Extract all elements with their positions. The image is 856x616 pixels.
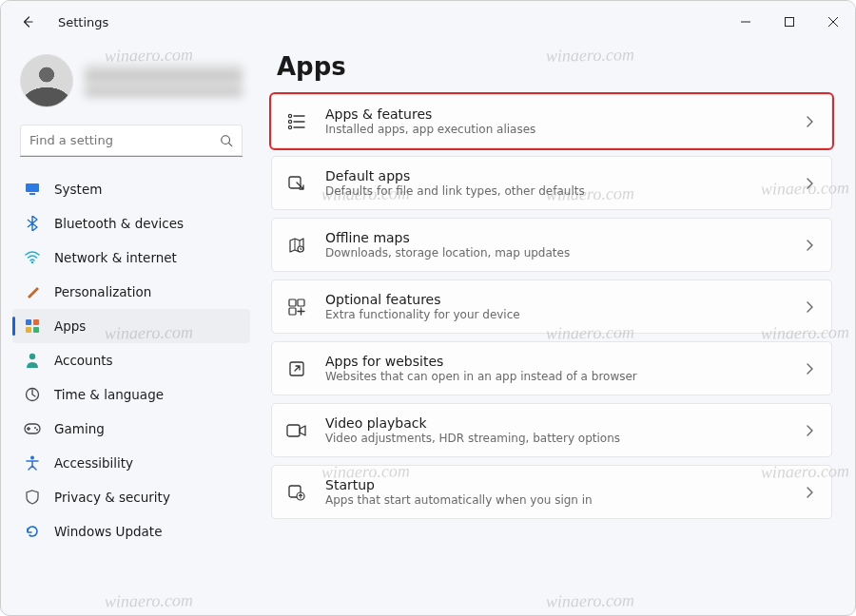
row-apps-features[interactable]: Apps & features Installed apps, app exec… bbox=[271, 94, 832, 148]
close-icon bbox=[828, 17, 838, 27]
row-subtitle: Downloads, storage location, map updates bbox=[325, 246, 786, 260]
row-title: Apps & features bbox=[325, 106, 786, 122]
chevron-right-icon bbox=[803, 487, 816, 498]
svg-rect-5 bbox=[26, 319, 31, 325]
brush-icon bbox=[24, 284, 41, 299]
search-input[interactable] bbox=[29, 133, 220, 147]
sidebar-item-label: Apps bbox=[54, 318, 86, 334]
row-title: Optional features bbox=[325, 292, 786, 307]
chevron-right-icon bbox=[803, 178, 816, 189]
sidebar-item-apps[interactable]: Apps bbox=[12, 309, 250, 343]
svg-rect-0 bbox=[786, 18, 794, 27]
sidebar-item-label: Personalization bbox=[54, 284, 151, 299]
row-apps-for-websites[interactable]: Apps for websites Websites that can open… bbox=[271, 341, 832, 395]
chevron-right-icon bbox=[803, 425, 816, 436]
row-startup[interactable]: Startup Apps that start automatically wh… bbox=[271, 465, 832, 519]
svg-point-9 bbox=[29, 354, 35, 359]
back-button[interactable] bbox=[14, 9, 41, 35]
svg-rect-7 bbox=[26, 327, 31, 333]
sidebar-item-label: Gaming bbox=[54, 421, 105, 436]
clock-globe-icon bbox=[24, 387, 41, 402]
chevron-right-icon bbox=[803, 240, 816, 251]
startup-icon bbox=[285, 481, 308, 504]
open-external-icon bbox=[285, 357, 308, 380]
sidebar-item-label: System bbox=[54, 182, 102, 197]
default-apps-icon bbox=[285, 172, 308, 195]
sidebar-item-label: Bluetooth & devices bbox=[54, 216, 184, 231]
minimize-icon bbox=[741, 17, 750, 27]
settings-rows: Apps & features Installed apps, app exec… bbox=[271, 94, 832, 519]
monitor-icon bbox=[24, 182, 41, 197]
chevron-right-icon bbox=[803, 301, 816, 313]
row-subtitle: Defaults for file and link types, other … bbox=[325, 184, 786, 198]
sidebar-item-personalization[interactable]: Personalization bbox=[12, 275, 250, 309]
add-square-icon bbox=[285, 296, 308, 318]
close-button[interactable] bbox=[811, 7, 855, 37]
maximize-icon bbox=[785, 17, 794, 27]
map-icon bbox=[285, 234, 308, 257]
bluetooth-icon bbox=[24, 216, 41, 231]
sidebar: System Bluetooth & devices Network & int… bbox=[1, 43, 262, 615]
search-box[interactable] bbox=[20, 125, 243, 157]
sidebar-item-accounts[interactable]: Accounts bbox=[12, 343, 250, 377]
app-title: Settings bbox=[58, 15, 108, 29]
svg-point-15 bbox=[288, 114, 291, 117]
apps-icon bbox=[24, 318, 41, 334]
titlebar: Settings bbox=[1, 1, 855, 43]
svg-rect-8 bbox=[33, 327, 39, 333]
wifi-icon bbox=[24, 251, 41, 264]
sidebar-item-label: Time & language bbox=[54, 387, 164, 402]
body: System Bluetooth & devices Network & int… bbox=[1, 43, 855, 615]
sidebar-item-privacy-security[interactable]: Privacy & security bbox=[12, 480, 250, 514]
chevron-right-icon bbox=[803, 363, 816, 375]
sidebar-item-network-internet[interactable]: Network & internet bbox=[12, 241, 250, 275]
window-controls bbox=[724, 7, 855, 37]
row-title: Apps for websites bbox=[325, 354, 786, 369]
sidebar-item-label: Windows Update bbox=[54, 524, 162, 539]
person-icon bbox=[24, 353, 41, 368]
row-title: Video playback bbox=[325, 415, 786, 431]
sidebar-item-time-language[interactable]: Time & language bbox=[12, 377, 250, 412]
svg-rect-6 bbox=[33, 319, 39, 325]
row-subtitle: Websites that can open in an app instead… bbox=[325, 370, 786, 383]
sidebar-item-windows-update[interactable]: Windows Update bbox=[12, 514, 250, 549]
row-subtitle: Video adjustments, HDR streaming, batter… bbox=[325, 432, 786, 445]
svg-point-14 bbox=[30, 456, 34, 460]
search-icon bbox=[220, 134, 233, 147]
row-offline-maps[interactable]: Offline maps Downloads, storage location… bbox=[271, 218, 832, 272]
user-block[interactable] bbox=[9, 50, 254, 115]
row-optional-features[interactable]: Optional features Extra functionality fo… bbox=[271, 279, 832, 334]
row-texts: Apps for websites Websites that can open… bbox=[325, 354, 786, 383]
svg-point-1 bbox=[222, 135, 230, 144]
row-texts: Video playback Video adjustments, HDR st… bbox=[325, 415, 786, 445]
row-video-playback[interactable]: Video playback Video adjustments, HDR st… bbox=[271, 403, 832, 457]
svg-rect-18 bbox=[289, 177, 301, 188]
svg-rect-24 bbox=[287, 425, 300, 436]
update-icon bbox=[24, 524, 41, 539]
svg-point-13 bbox=[36, 429, 38, 431]
row-texts: Apps & features Installed apps, app exec… bbox=[325, 106, 786, 136]
minimize-button[interactable] bbox=[724, 7, 768, 37]
row-subtitle: Apps that start automatically when you s… bbox=[325, 493, 786, 507]
sidebar-item-gaming[interactable]: Gaming bbox=[12, 412, 250, 446]
user-info-redacted bbox=[85, 65, 243, 97]
page-title: Apps bbox=[271, 52, 832, 94]
sidebar-item-bluetooth-devices[interactable]: Bluetooth & devices bbox=[12, 206, 250, 241]
svg-point-16 bbox=[288, 120, 291, 123]
maximize-button[interactable] bbox=[768, 7, 811, 37]
row-subtitle: Installed apps, app execution aliases bbox=[325, 123, 786, 136]
row-title: Default apps bbox=[325, 168, 786, 183]
sidebar-item-label: Privacy & security bbox=[54, 490, 170, 505]
list-icon bbox=[285, 110, 308, 133]
svg-rect-20 bbox=[289, 299, 296, 306]
row-texts: Default apps Defaults for file and link … bbox=[325, 168, 786, 198]
row-texts: Startup Apps that start automatically wh… bbox=[325, 477, 786, 507]
sidebar-item-accessibility[interactable]: Accessibility bbox=[12, 446, 250, 480]
sidebar-item-system[interactable]: System bbox=[12, 172, 250, 206]
row-texts: Optional features Extra functionality fo… bbox=[325, 292, 786, 321]
gamepad-icon bbox=[24, 423, 41, 434]
arrow-left-icon bbox=[20, 14, 35, 29]
chevron-right-icon bbox=[803, 116, 816, 127]
row-default-apps[interactable]: Default apps Defaults for file and link … bbox=[271, 156, 832, 210]
row-title: Offline maps bbox=[325, 230, 786, 245]
